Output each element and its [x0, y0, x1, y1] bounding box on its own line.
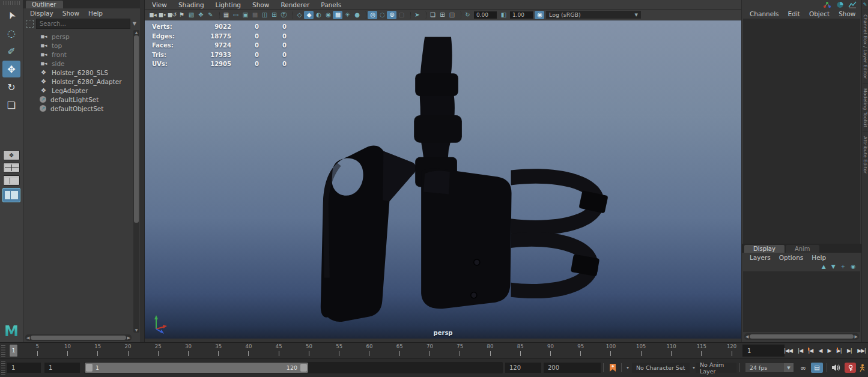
- highlight-shaded-icon[interactable]: ◐: [314, 11, 323, 19]
- outliner-item[interactable]: front: [23, 50, 140, 59]
- outliner-item[interactable]: Holster_6280_SLS: [23, 68, 140, 77]
- auto-keyframe-button[interactable]: [845, 363, 856, 373]
- scrollbar-thumb[interactable]: [134, 35, 139, 223]
- outliner-item[interactable]: persp: [23, 32, 140, 41]
- profiler-icon[interactable]: [848, 1, 857, 8]
- move-tool-button[interactable]: ✥: [2, 61, 20, 77]
- lock-camera-icon[interactable]: ◼∙: [157, 11, 167, 19]
- range-slider-track[interactable]: 1 120: [84, 362, 503, 373]
- panel-menu-shading[interactable]: Shading: [178, 1, 204, 8]
- outliner-menu-help[interactable]: Help: [88, 10, 103, 17]
- channel-box-empty-area[interactable]: [743, 19, 860, 244]
- outliner-item[interactable]: defaultLightSet: [23, 95, 140, 104]
- current-frame-marker[interactable]: 1: [9, 344, 18, 357]
- mute-audio-button[interactable]: [830, 363, 842, 373]
- camera-bookmarks-icon[interactable]: ⚑: [177, 11, 186, 19]
- go-to-end-button[interactable]: ▶▶|: [857, 346, 866, 355]
- character-set-menu-button[interactable]: ▾: [625, 363, 631, 373]
- fps-dropdown[interactable]: 24 fps ▼: [745, 363, 794, 373]
- outliner-horizontal-scrollbar[interactable]: ◀ ▶: [25, 334, 132, 341]
- time-slider-grip[interactable]: [1, 345, 5, 357]
- safe-action-icon[interactable]: ⊞: [269, 11, 279, 19]
- animation-start-field[interactable]: 1: [7, 363, 41, 373]
- layer-editor-scrollbar[interactable]: ◀ ▶: [744, 333, 859, 340]
- anim-layer-dropdown[interactable]: No Anim Layer: [696, 363, 736, 373]
- outliner-item[interactable]: side: [23, 59, 140, 68]
- scroll-left-icon[interactable]: ◀: [26, 336, 29, 340]
- panel-menu-lighting[interactable]: Lighting: [216, 1, 241, 8]
- pan-zoom-icon[interactable]: ✥: [196, 11, 205, 19]
- grease-pencil-icon[interactable]: ✎: [205, 11, 215, 19]
- scrollbar-thumb[interactable]: [750, 334, 853, 339]
- paint-select-tool-button[interactable]: ✐: [2, 43, 20, 59]
- panel-menu-panels[interactable]: Panels: [321, 1, 341, 8]
- current-time-field[interactable]: 1: [742, 345, 785, 357]
- separator[interactable]: [363, 11, 366, 19]
- film-gate-icon[interactable]: ▭: [231, 11, 240, 19]
- select-camera-icon[interactable]: ◼◂: [148, 11, 157, 19]
- range-slider-grip[interactable]: [1, 361, 5, 375]
- wireframe-on-shaded-icon[interactable]: ▩: [333, 11, 342, 19]
- quick-layout-menu-button[interactable]: ❖: [3, 150, 20, 160]
- side-tab-modeling-toolkit[interactable]: Modeling Toolkit: [863, 83, 868, 131]
- ambient-occlusion-icon[interactable]: ◎: [368, 11, 377, 19]
- resolution-gate-icon[interactable]: ▣: [240, 11, 250, 19]
- step-back-key-button[interactable]: |◀: [807, 346, 813, 355]
- gauge-icon[interactable]: [836, 1, 844, 8]
- layer-list-empty-area[interactable]: [743, 271, 860, 332]
- outliner-search-input[interactable]: [36, 19, 130, 29]
- animation-preferences-button[interactable]: [857, 363, 867, 373]
- quick-layout-two-pane-button[interactable]: [3, 175, 20, 185]
- character-icon[interactable]: [823, 1, 832, 8]
- shaded-mode-icon[interactable]: ◆: [304, 11, 314, 19]
- animation-end-field[interactable]: 200: [544, 363, 601, 373]
- playback-end-field[interactable]: 120: [505, 363, 541, 373]
- layer-menu-layers[interactable]: Layers: [750, 254, 771, 261]
- exposure-field[interactable]: 0.00: [474, 11, 497, 19]
- depth-of-field-icon[interactable]: ▢: [396, 11, 406, 19]
- side-tab-channel-box-layer-editor[interactable]: Channel Box / Layer Editor: [863, 10, 868, 83]
- layer-menu-help[interactable]: Help: [812, 254, 826, 261]
- go-to-start-button[interactable]: |◀◀: [783, 346, 793, 355]
- separator[interactable]: [458, 11, 461, 19]
- shadows-icon[interactable]: ●: [352, 11, 362, 19]
- playback-start-field[interactable]: 1: [44, 363, 80, 373]
- exposure-icon[interactable]: ↻: [463, 11, 472, 19]
- scroll-down-icon[interactable]: ▼: [135, 328, 138, 333]
- outliner-vertical-scrollbar[interactable]: ▲ ▼: [133, 30, 139, 333]
- channelbox-menu-edit[interactable]: Edit: [788, 10, 800, 17]
- tab-anim-layers[interactable]: Anim: [786, 245, 819, 253]
- panel-layout-four-icon[interactable]: ⊞: [437, 11, 447, 19]
- outliner-menu-display[interactable]: Display: [30, 10, 53, 17]
- default-lighting-icon[interactable]: ☀: [342, 11, 352, 19]
- separator[interactable]: [407, 11, 411, 19]
- scroll-left-icon[interactable]: ◀: [745, 334, 748, 339]
- field-chart-icon[interactable]: ◫: [259, 11, 269, 19]
- isolate-select-icon[interactable]: ➤: [412, 11, 422, 19]
- bookmark-button[interactable]: [607, 363, 619, 373]
- channelbox-menu-object[interactable]: Object: [809, 10, 830, 17]
- rotate-tool-button[interactable]: ↻: [2, 79, 20, 95]
- tab-display-layers[interactable]: Display: [744, 245, 785, 253]
- outliner-item[interactable]: top: [23, 41, 140, 50]
- channelbox-menu-channels[interactable]: Channels: [750, 10, 779, 17]
- time-editor-button[interactable]: ▤: [811, 363, 823, 373]
- image-plane-icon[interactable]: ▧: [186, 11, 196, 19]
- panel-divider[interactable]: [140, 0, 145, 342]
- anti-aliasing-icon[interactable]: ⊛: [387, 11, 396, 19]
- search-options-caret-icon[interactable]: ▼: [133, 21, 138, 26]
- lasso-select-tool-button[interactable]: ◌: [2, 25, 20, 41]
- step-forward-key-button[interactable]: ▶|: [836, 346, 842, 355]
- range-start-handle[interactable]: [86, 364, 93, 372]
- step-back-frame-button[interactable]: |◀: [797, 346, 803, 355]
- channelbox-menu-show[interactable]: Show: [839, 10, 855, 17]
- scroll-right-icon[interactable]: ▶: [855, 334, 858, 339]
- play-backwards-button[interactable]: ◀: [818, 346, 822, 355]
- scrollbar-thumb[interactable]: [31, 336, 126, 340]
- separator[interactable]: [216, 11, 220, 19]
- wireframe-icon[interactable]: ◇: [294, 11, 304, 19]
- viewport-canvas[interactable]: Verts: 9022 0 0 Edges: 18775 0 0: [145, 20, 741, 339]
- gamma-field[interactable]: 1.00: [510, 11, 533, 19]
- outliner-item[interactable]: defaultObjectSet: [23, 104, 140, 113]
- toolbox-grip[interactable]: [3, 1, 20, 5]
